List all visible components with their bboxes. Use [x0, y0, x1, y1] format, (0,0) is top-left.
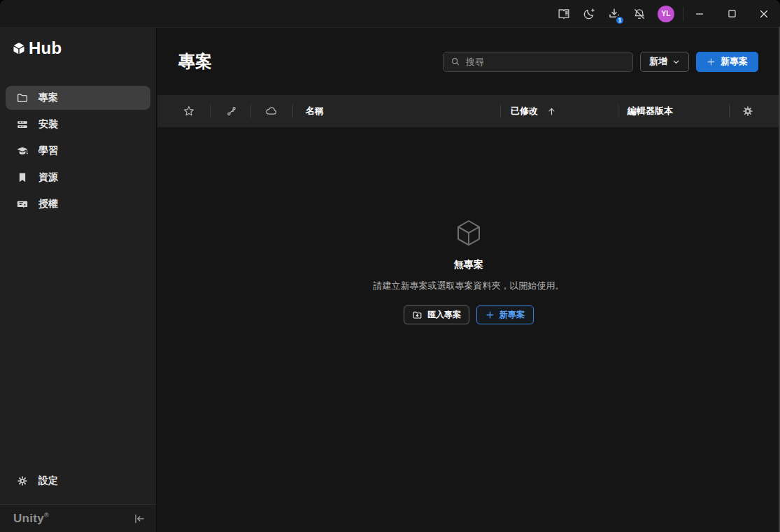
import-project-button[interactable]: 匯入專案 — [404, 305, 469, 324]
gear-icon — [16, 475, 29, 487]
plus-icon — [485, 310, 495, 319]
empty-state: 無專案 請建立新專案或選取專案資料夾，以開始使用。 匯入專案 — [157, 217, 780, 324]
column-divider — [250, 104, 251, 118]
sidebar-item-label: 授權 — [38, 198, 58, 210]
favorite-star-icon[interactable] — [183, 105, 196, 118]
license-card-icon — [16, 198, 29, 210]
sidebar-item-settings[interactable]: 設定 — [6, 469, 150, 493]
titlebar-icons: 1 YL — [551, 0, 683, 28]
collapse-left-icon — [132, 512, 146, 526]
cloud-icon[interactable] — [264, 104, 278, 118]
column-name[interactable]: 名稱 — [306, 105, 324, 117]
open-book-icon — [557, 7, 571, 21]
version-control-icon[interactable] — [225, 105, 238, 117]
unity-hub-window: 1 YL — [0, 0, 780, 532]
sidebar-settings: 設定 — [6, 469, 150, 493]
column-editor-version[interactable]: 編輯器版本 — [627, 105, 673, 117]
downloads-button[interactable]: 1 — [602, 0, 627, 28]
graduation-cap-icon — [16, 145, 29, 157]
minimize-button[interactable] — [683, 0, 716, 28]
column-divider — [210, 104, 211, 118]
empty-state-title: 無專案 — [157, 259, 780, 271]
news-button[interactable] — [551, 0, 576, 28]
notifications-button[interactable] — [627, 0, 652, 28]
import-project-label: 匯入專案 — [427, 309, 461, 321]
sidebar-nav: 專案 安裝 學習 — [0, 86, 156, 216]
sidebar-item-label: 設定 — [38, 475, 58, 487]
sidebar-item-projects[interactable]: 專案 — [6, 86, 150, 110]
sidebar-item-label: 專案 — [38, 92, 58, 104]
empty-state-actions: 匯入專案 新專案 — [157, 305, 780, 324]
table-settings-gear-icon[interactable] — [742, 106, 754, 117]
collapse-sidebar-button[interactable] — [132, 512, 146, 526]
bookmark-icon — [16, 171, 29, 184]
new-project-button[interactable]: 新專案 — [696, 52, 758, 72]
new-project-outline-label: 新專案 — [499, 309, 525, 321]
column-divider — [500, 104, 501, 118]
sidebar-item-licenses[interactable]: 授權 — [6, 192, 150, 216]
sidebar-item-label: 學習 — [38, 145, 58, 157]
search-icon — [451, 57, 460, 66]
sidebar-footer: Unity® — [0, 504, 156, 532]
page-title: 專案 — [178, 50, 212, 73]
sidebar: Hub 專案 安裝 — [0, 28, 157, 532]
sort-ascending-icon — [546, 106, 557, 117]
hub-logo: Hub — [0, 28, 156, 58]
column-divider — [618, 104, 618, 118]
sidebar-item-community[interactable]: 資源 — [6, 166, 150, 189]
close-button[interactable] — [748, 0, 780, 28]
chevron-down-icon — [672, 58, 680, 66]
main-header: 專案 新增 新專案 — [157, 28, 780, 95]
column-divider — [729, 104, 730, 118]
maximize-button[interactable] — [716, 0, 748, 28]
projects-table-header: 名稱 已修改 編輯器版本 — [157, 95, 780, 127]
unity-brand: Unity® — [13, 512, 49, 526]
sidebar-item-installs[interactable]: 安裝 — [6, 113, 150, 136]
sidebar-item-label: 安裝 — [38, 118, 58, 131]
bell-off-icon — [632, 7, 646, 21]
titlebar: 1 YL — [0, 0, 780, 28]
window-controls — [683, 0, 780, 28]
theme-toggle-button[interactable] — [576, 0, 602, 28]
unity-cube-logo-icon — [12, 41, 26, 55]
column-divider — [292, 104, 293, 118]
sidebar-item-label: 資源 — [38, 171, 58, 184]
installs-stack-icon — [16, 118, 29, 131]
hub-title: Hub — [29, 38, 62, 58]
new-project-outline-button[interactable]: 新專案 — [476, 305, 534, 324]
sidebar-item-learn[interactable]: 學習 — [6, 139, 150, 163]
folder-import-icon — [412, 310, 423, 320]
new-dropdown-label: 新增 — [649, 55, 667, 68]
empty-cube-icon — [452, 217, 485, 250]
avatar[interactable]: YL — [658, 6, 674, 22]
moon-icon — [582, 7, 596, 21]
new-dropdown-button[interactable]: 新增 — [640, 52, 689, 72]
folder-icon — [16, 92, 29, 104]
new-project-label: 新專案 — [721, 55, 748, 68]
empty-state-description: 請建立新專案或選取專案資料夾，以開始使用。 — [157, 280, 780, 292]
main-panel: 專案 新增 新專案 — [157, 28, 780, 532]
download-badge: 1 — [615, 15, 625, 25]
column-modified[interactable]: 已修改 — [511, 105, 557, 117]
plus-icon — [707, 57, 716, 66]
search-input[interactable] — [466, 57, 625, 67]
search-box[interactable] — [443, 52, 633, 72]
